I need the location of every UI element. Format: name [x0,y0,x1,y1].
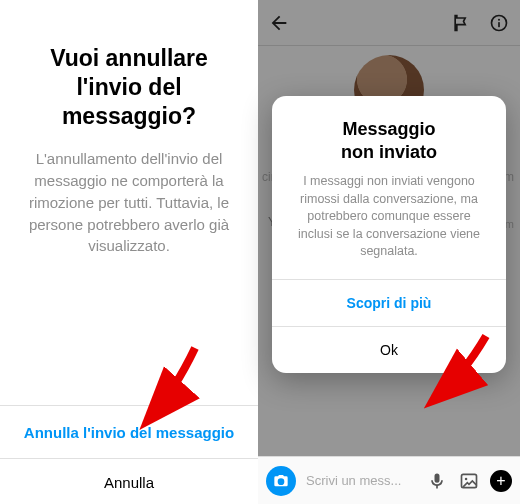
add-button[interactable]: + [490,470,512,492]
message-unsent-dialog: Messaggio non inviato I messaggi non inv… [272,96,506,373]
learn-more-button[interactable]: Scopri di più [272,280,506,326]
dialog-body: I messaggi non inviati vengono rimossi d… [272,167,506,279]
cancel-button[interactable]: Annulla [0,459,258,504]
composer-bar: Scrivi un mess... + [258,456,520,504]
mic-icon[interactable] [426,470,448,492]
camera-button[interactable] [266,466,296,496]
dialog-body: L'annullamento dell'invio del messaggio … [0,148,258,269]
unsend-button[interactable]: Annulla l'invio del messaggio [0,406,258,458]
dialog-title: Vuoi annullare l'invio del messaggio? [0,44,258,148]
svg-point-4 [465,477,468,480]
gallery-icon[interactable] [458,470,480,492]
message-input[interactable]: Scrivi un mess... [306,466,416,496]
dialog-title: Messaggio non inviato [272,96,506,167]
ok-button[interactable]: Ok [272,327,506,373]
unsend-confirm-sheet: Vuoi annullare l'invio del messaggio? L'… [0,0,258,504]
chat-screen: cin am You am Messaggio non inviato I me… [258,0,520,504]
